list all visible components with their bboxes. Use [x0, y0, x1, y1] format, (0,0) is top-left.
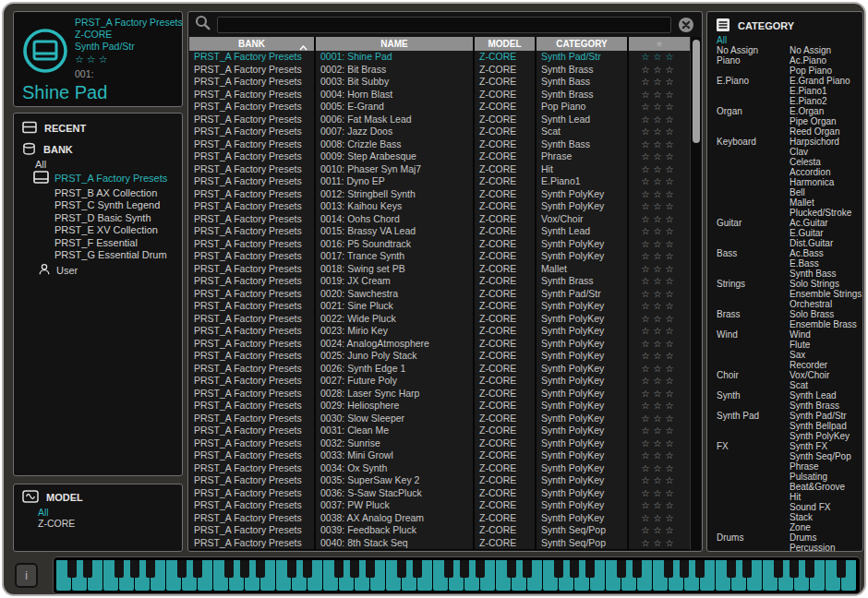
- category-item[interactable]: No Assign: [790, 45, 831, 55]
- category-group-label[interactable]: Drums: [717, 532, 790, 553]
- black-key[interactable]: [193, 560, 203, 578]
- category-item[interactable]: Plucked/Stroke: [790, 208, 851, 218]
- black-key[interactable]: [177, 560, 187, 578]
- table-row[interactable]: PRST_A Factory Presets0021: Sine PluckZ-…: [189, 300, 690, 313]
- table-row[interactable]: PRST_A Factory Presets0019: JX CreamZ-CO…: [189, 275, 690, 288]
- table-row[interactable]: PRST_A Factory Presets0010: Phaser Syn M…: [189, 163, 690, 176]
- table-row[interactable]: PRST_A Factory Presets0018: Swing set PB…: [189, 263, 690, 276]
- rating-stars[interactable]: ☆☆☆: [629, 375, 690, 388]
- category-item[interactable]: Synth Lead: [790, 390, 839, 401]
- category-item[interactable]: Pipe Organ: [790, 116, 839, 126]
- category-item[interactable]: Ac.Guitar: [790, 218, 833, 228]
- table-row[interactable]: PRST_A Factory Presets0002: Bit BrassZ-C…: [189, 64, 690, 77]
- category-item[interactable]: Phrase: [790, 461, 851, 472]
- table-row[interactable]: PRST_A Factory Presets0015: Brassy VA Le…: [189, 225, 690, 238]
- category-item[interactable]: Bell: [790, 187, 851, 197]
- category-item[interactable]: Beat&Groove: [790, 482, 851, 492]
- black-key[interactable]: [287, 560, 297, 578]
- black-key[interactable]: [460, 560, 470, 578]
- category-item[interactable]: Synth PolyKey: [790, 431, 850, 441]
- category-item[interactable]: Synth Seq/Pop: [790, 451, 851, 461]
- rating-stars[interactable]: ☆☆☆: [629, 213, 690, 226]
- category-item-all[interactable]: All: [707, 35, 862, 45]
- category-item[interactable]: Ensemble Strings: [790, 289, 862, 299]
- category-item[interactable]: Mallet: [790, 197, 851, 208]
- black-key[interactable]: [334, 560, 344, 578]
- rating-stars[interactable]: ☆☆☆: [629, 200, 690, 213]
- black-key[interactable]: [570, 560, 580, 578]
- table-row[interactable]: PRST_A Factory Presets0003: Bit SubbyZ-C…: [189, 76, 690, 89]
- rating-stars[interactable]: ☆☆☆: [629, 400, 690, 413]
- table-row[interactable]: PRST_A Factory Presets0008: Crizzle Bass…: [189, 138, 690, 151]
- table-row[interactable]: PRST_A Factory Presets0025: Juno Poly St…: [189, 350, 690, 363]
- table-row[interactable]: PRST_A Factory Presets0024: AnalogAtmosp…: [189, 338, 690, 351]
- sidebar-item-bank[interactable]: PRST_D Basic Synth: [14, 212, 182, 225]
- category-item[interactable]: Sax: [790, 350, 827, 360]
- category-item[interactable]: Stack: [790, 512, 851, 522]
- sidebar-item-bank-all[interactable]: All: [14, 159, 182, 171]
- info-button[interactable]: i: [15, 563, 38, 588]
- table-row[interactable]: PRST_A Factory Presets0016: P5 Soundtrac…: [189, 238, 690, 251]
- table-row[interactable]: PRST_A Factory Presets0037: PW PluckZ-CO…: [189, 499, 690, 512]
- category-group-label[interactable]: Keyboard: [717, 137, 790, 218]
- rating-stars[interactable]: ☆☆☆: [629, 288, 690, 301]
- category-item[interactable]: Ac.Bass: [790, 248, 837, 258]
- category-item[interactable]: Sound FX: [790, 502, 851, 512]
- table-row[interactable]: PRST_A Factory Presets0004: Horn BlastZ-…: [189, 89, 690, 102]
- table-row[interactable]: PRST_A Factory Presets0034: Ox SynthZ-CO…: [189, 462, 690, 475]
- category-item[interactable]: Recorder: [790, 360, 827, 370]
- category-group-label[interactable]: E.Piano: [717, 76, 790, 106]
- sidebar-item-recent[interactable]: RECENT: [14, 121, 182, 136]
- sidebar-item-bank[interactable]: PRST_G Essential Drum: [14, 249, 182, 262]
- category-item[interactable]: Pulsating: [790, 472, 851, 482]
- category-item[interactable]: Solo Strings: [790, 279, 862, 289]
- table-row[interactable]: PRST_A Factory Presets0013: Kaihou KeysZ…: [189, 200, 690, 213]
- black-key[interactable]: [67, 560, 78, 578]
- black-key[interactable]: [303, 560, 313, 578]
- table-row[interactable]: PRST_A Factory Presets0029: HeliosphereZ…: [189, 400, 690, 413]
- table-row[interactable]: PRST_A Factory Presets0006: Fat Mask Lea…: [189, 114, 690, 126]
- table-row[interactable]: PRST_A Factory Presets0040: 8th Stack Se…: [189, 537, 690, 550]
- rating-stars[interactable]: ☆☆☆: [629, 388, 690, 401]
- table-row[interactable]: PRST_A Factory Presets0030: Slow Sleeper…: [189, 413, 690, 425]
- sidebar-item-bank[interactable]: PRST_E XV Collection: [14, 224, 182, 237]
- rating-stars[interactable]: ☆☆☆: [629, 275, 690, 288]
- category-item[interactable]: E.Guitar: [790, 228, 833, 238]
- black-key[interactable]: [727, 560, 737, 578]
- current-rating-stars[interactable]: ☆☆☆: [75, 54, 183, 66]
- category-group-label[interactable]: Choir: [717, 370, 790, 390]
- rating-stars[interactable]: ☆☆☆: [629, 51, 690, 64]
- table-row[interactable]: PRST_A Factory Presets0032: SunriseZ-COR…: [189, 437, 690, 450]
- black-key[interactable]: [680, 560, 690, 578]
- table-row[interactable]: PRST_A Factory Presets0033: Mini GrowlZ-…: [189, 449, 690, 462]
- category-item[interactable]: Synth Pad/Str: [790, 411, 850, 421]
- category-item[interactable]: Flute: [790, 340, 827, 350]
- rating-stars[interactable]: ☆☆☆: [629, 138, 690, 151]
- black-key[interactable]: [585, 560, 596, 578]
- category-item[interactable]: E.Piano1: [790, 86, 850, 96]
- category-group-label[interactable]: FX: [717, 441, 790, 532]
- table-row[interactable]: PRST_A Factory Presets0012: Stringbell S…: [189, 188, 690, 201]
- category-item[interactable]: E.Piano2: [790, 96, 850, 106]
- rating-stars[interactable]: ☆☆☆: [629, 449, 690, 462]
- category-item[interactable]: Harpsichord: [790, 137, 851, 147]
- rating-stars[interactable]: ☆☆☆: [629, 126, 690, 138]
- column-header-model[interactable]: MODEL: [475, 37, 536, 51]
- category-group-label[interactable]: Bass: [717, 248, 790, 279]
- rating-stars[interactable]: ☆☆☆: [629, 313, 690, 326]
- black-key[interactable]: [115, 560, 125, 578]
- rating-stars[interactable]: ☆☆☆: [629, 363, 690, 376]
- clear-search-icon[interactable]: [678, 17, 694, 33]
- table-row[interactable]: PRST_A Factory Presets0038: AX Analog Dr…: [189, 512, 690, 525]
- black-key[interactable]: [240, 560, 250, 578]
- category-item[interactable]: Ac.Piano: [790, 55, 832, 66]
- black-key[interactable]: [350, 560, 360, 578]
- category-group-label[interactable]: Synth: [717, 390, 790, 411]
- rating-stars[interactable]: ☆☆☆: [629, 437, 690, 450]
- category-item[interactable]: Synth Bass: [790, 269, 837, 279]
- rating-stars[interactable]: ☆☆☆: [629, 474, 690, 487]
- category-item[interactable]: Accordion: [790, 167, 851, 177]
- category-group-label[interactable]: No Assign: [717, 45, 790, 55]
- table-row[interactable]: PRST_A Factory Presets0039: Feedback Plu…: [189, 524, 690, 537]
- table-row[interactable]: PRST_A Factory Presets0026: Synth Edge 1…: [189, 363, 690, 376]
